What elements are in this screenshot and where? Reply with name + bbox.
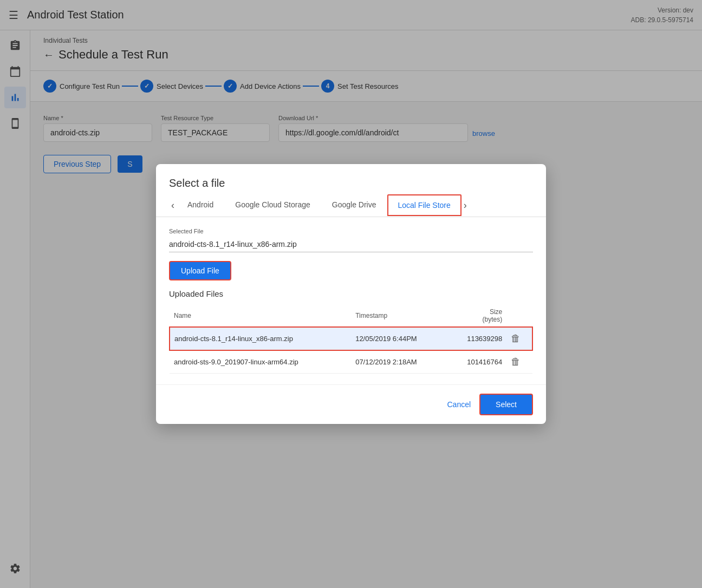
files-table: Name Timestamp Size(bytes) android-cts-8…	[169, 305, 533, 374]
tab-local-file-store[interactable]: Local File Store	[387, 194, 461, 216]
file-timestamp: 12/05/2019 6:44PM	[351, 327, 447, 350]
col-actions	[506, 305, 532, 327]
file-size: 101416764	[447, 350, 507, 374]
tab-android[interactable]: Android	[177, 194, 224, 217]
file-name: android-sts-9.0_201907-linux-arm64.zip	[170, 350, 351, 374]
file-size: 113639298	[447, 327, 507, 350]
col-timestamp: Timestamp	[351, 305, 447, 327]
tab-gdrive[interactable]: Google Drive	[321, 194, 387, 217]
file-delete[interactable]: 🗑	[506, 350, 532, 374]
col-size: Size(bytes)	[447, 305, 507, 327]
file-delete[interactable]: 🗑	[506, 327, 532, 350]
delete-icon[interactable]: 🗑	[511, 333, 521, 344]
dialog-title: Select a file	[169, 177, 533, 190]
file-timestamp: 07/12/2019 2:18AM	[351, 350, 447, 374]
dialog-header: Select a file	[156, 164, 546, 190]
select-button[interactable]: Select	[479, 394, 533, 415]
col-name: Name	[170, 305, 351, 327]
selected-file-input[interactable]	[169, 237, 533, 252]
modal-overlay: Select a file ‹ Android Google Cloud Sto…	[0, 0, 702, 588]
table-row[interactable]: android-cts-8.1_r14-linux_x86-arm.zip 12…	[170, 327, 532, 350]
delete-icon[interactable]: 🗑	[511, 356, 521, 367]
cancel-button[interactable]: Cancel	[447, 400, 471, 409]
select-file-dialog: Select a file ‹ Android Google Cloud Sto…	[156, 164, 546, 424]
tab-next-button[interactable]: ›	[461, 195, 469, 215]
uploaded-files-label: Uploaded Files	[169, 289, 533, 298]
dialog-footer: Cancel Select	[156, 384, 546, 424]
file-name: android-cts-8.1_r14-linux_x86-arm.zip	[170, 327, 351, 350]
tab-gcs[interactable]: Google Cloud Storage	[224, 194, 321, 217]
tab-bar: ‹ Android Google Cloud Storage Google Dr…	[156, 194, 546, 217]
selected-file-label: Selected File	[169, 228, 533, 234]
dialog-body: Selected File Upload File Uploaded Files…	[156, 217, 546, 384]
upload-file-button[interactable]: Upload File	[169, 261, 231, 280]
tab-prev-button[interactable]: ‹	[169, 195, 177, 215]
table-row[interactable]: android-sts-9.0_201907-linux-arm64.zip 0…	[170, 350, 532, 374]
